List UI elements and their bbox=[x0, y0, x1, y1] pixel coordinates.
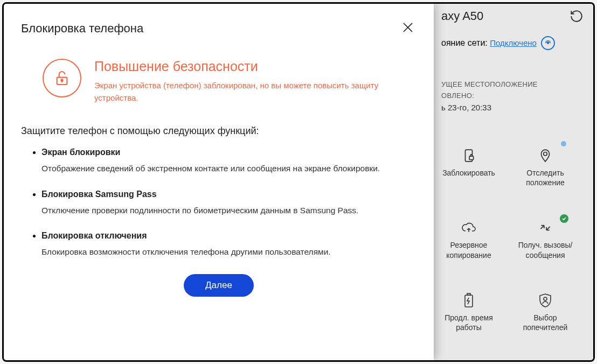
feature-block-poweroff: Блокировка отключения Блокировка возможн… bbox=[41, 231, 412, 258]
svg-point-8 bbox=[61, 79, 63, 81]
status-ok-icon bbox=[560, 214, 568, 223]
svg-point-3 bbox=[544, 152, 547, 156]
location-pin-icon bbox=[538, 148, 552, 164]
cloud-upload-icon bbox=[461, 220, 476, 236]
location-block: УЩЕЕ МЕСТОПОЛОЖЕНИЕ ОВЛЕНО: ь 23-го, 20:… bbox=[441, 80, 584, 112]
lock-open-icon bbox=[43, 59, 81, 97]
svg-point-6 bbox=[544, 297, 547, 300]
forward-calls-icon bbox=[538, 220, 552, 236]
svg-rect-2 bbox=[469, 156, 474, 160]
action-backup[interactable]: Резервное копирование bbox=[431, 220, 507, 260]
lock-phone-icon bbox=[462, 148, 476, 164]
close-icon[interactable] bbox=[399, 19, 416, 38]
action-track[interactable]: Отследить положение bbox=[507, 148, 584, 187]
modal-title: Блокировка телефона bbox=[21, 22, 143, 36]
device-title: axy A50 bbox=[441, 9, 483, 23]
refresh-icon[interactable] bbox=[570, 9, 584, 25]
protect-heading: Защитите телефон с помощью следующих фун… bbox=[4, 104, 434, 137]
feature-lock-screen: Экран блокировки Отображение сведений об… bbox=[41, 148, 412, 174]
action-extend[interactable]: Продл. время работы bbox=[431, 292, 507, 332]
feature-samsung-pass: Блокировка Samsung Pass Отключение прове… bbox=[41, 190, 412, 216]
action-calls[interactable]: Получ. вызовы/сообщения bbox=[507, 220, 584, 260]
device-panel: axy A50 ояние сети: Подключено УЩ bbox=[421, 4, 593, 360]
network-status-link[interactable]: Подключено bbox=[490, 38, 537, 47]
action-guardians[interactable]: Выбор попечителей bbox=[507, 292, 584, 332]
shield-user-icon bbox=[538, 292, 552, 309]
wifi-icon bbox=[541, 36, 555, 50]
feature-list: Экран блокировки Отображение сведений об… bbox=[4, 137, 434, 258]
notification-dot-icon bbox=[561, 141, 566, 146]
next-button[interactable]: Далее bbox=[184, 274, 254, 297]
action-lock[interactable]: Заблокировать bbox=[431, 148, 507, 187]
security-text: Экран устройства (телефон) заблокирован,… bbox=[94, 80, 385, 104]
svg-rect-5 bbox=[467, 293, 470, 295]
battery-extend-icon bbox=[463, 292, 475, 309]
svg-point-0 bbox=[547, 43, 549, 44]
network-status-row: ояние сети: Подключено bbox=[441, 36, 584, 50]
security-heading: Повышение безопасности bbox=[94, 59, 385, 74]
lock-modal: Блокировка телефона Повышение безопаснос… bbox=[4, 4, 434, 360]
